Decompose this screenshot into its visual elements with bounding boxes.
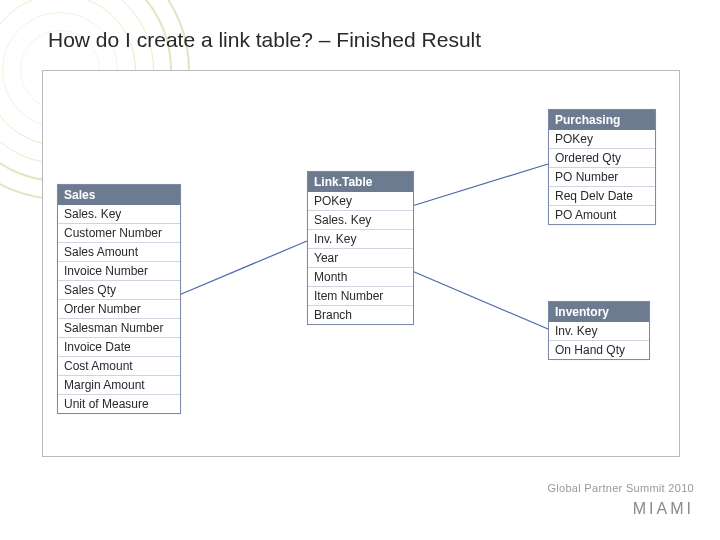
table-field: On Hand Qty (549, 340, 649, 359)
table-field: POKey (549, 130, 655, 148)
table-header: Purchasing (549, 110, 655, 130)
table-fields: POKeyOrdered QtyPO NumberReq Delv DatePO… (549, 130, 655, 224)
table-linktable: Link.Table POKeySales. KeyInv. KeyYearMo… (307, 171, 414, 325)
table-field: Branch (308, 305, 413, 324)
table-fields: Inv. KeyOn Hand Qty (549, 322, 649, 359)
footer-miami-text: MIAMI (547, 500, 694, 518)
table-header: Sales (58, 185, 180, 205)
table-field: Req Delv Date (549, 186, 655, 205)
footer-summit-text: Global Partner Summit 2010 (547, 482, 694, 494)
page-title: How do I create a link table? – Finished… (48, 28, 481, 52)
table-field: Invoice Date (58, 337, 180, 356)
table-inventory: Inventory Inv. KeyOn Hand Qty (548, 301, 650, 360)
table-field: Customer Number (58, 223, 180, 242)
svg-line-0 (179, 241, 307, 295)
table-field: Month (308, 267, 413, 286)
table-field: Salesman Number (58, 318, 180, 337)
table-field: Cost Amount (58, 356, 180, 375)
table-field: Item Number (308, 286, 413, 305)
table-field: Sales Amount (58, 242, 180, 261)
table-fields: Sales. KeyCustomer NumberSales AmountInv… (58, 205, 180, 413)
table-field: Sales. Key (58, 205, 180, 223)
table-field: Inv. Key (308, 229, 413, 248)
svg-line-1 (412, 164, 548, 206)
table-fields: POKeySales. KeyInv. KeyYearMonthItem Num… (308, 192, 413, 324)
diagram-canvas: Sales Sales. KeyCustomer NumberSales Amo… (42, 70, 680, 457)
table-field: Unit of Measure (58, 394, 180, 413)
table-header: Inventory (549, 302, 649, 322)
table-field: Ordered Qty (549, 148, 655, 167)
table-field: PO Amount (549, 205, 655, 224)
table-field: Year (308, 248, 413, 267)
table-purchasing: Purchasing POKeyOrdered QtyPO NumberReq … (548, 109, 656, 225)
table-field: Order Number (58, 299, 180, 318)
table-field: PO Number (549, 167, 655, 186)
table-field: Inv. Key (549, 322, 649, 340)
footer: Global Partner Summit 2010 MIAMI (547, 482, 694, 518)
table-field: Invoice Number (58, 261, 180, 280)
svg-line-2 (412, 271, 548, 329)
table-field: Sales Qty (58, 280, 180, 299)
table-sales: Sales Sales. KeyCustomer NumberSales Amo… (57, 184, 181, 414)
table-field: POKey (308, 192, 413, 210)
table-field: Margin Amount (58, 375, 180, 394)
table-header: Link.Table (308, 172, 413, 192)
table-field: Sales. Key (308, 210, 413, 229)
